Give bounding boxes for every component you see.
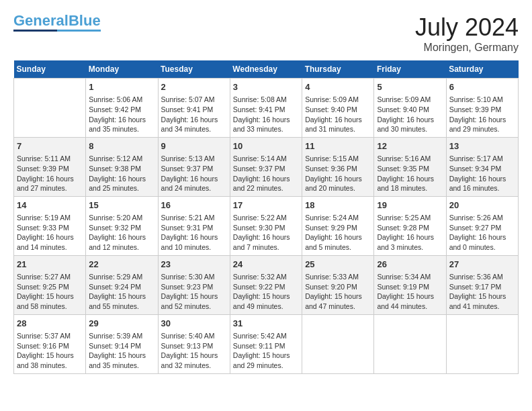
day-info: Sunrise: 5:26 AM Sunset: 9:27 PM Dayligh…	[449, 213, 515, 253]
calendar-cell: 9Sunrise: 5:13 AM Sunset: 9:37 PM Daylig…	[158, 137, 230, 196]
day-number: 5	[377, 81, 443, 93]
day-number: 14	[17, 199, 83, 212]
calendar-cell: 23Sunrise: 5:30 AM Sunset: 9:23 PM Dayli…	[158, 255, 230, 314]
calendar-cell: 26Sunrise: 5:34 AM Sunset: 9:19 PM Dayli…	[374, 255, 446, 314]
logo-text: GeneralBlue	[13, 13, 101, 28]
day-info: Sunrise: 5:21 AM Sunset: 9:31 PM Dayligh…	[161, 213, 227, 253]
day-number: 16	[161, 199, 227, 212]
calendar-cell: 21Sunrise: 5:27 AM Sunset: 9:25 PM Dayli…	[14, 255, 86, 314]
day-info: Sunrise: 5:36 AM Sunset: 9:17 PM Dayligh…	[449, 272, 515, 312]
calendar-cell: 22Sunrise: 5:29 AM Sunset: 9:24 PM Dayli…	[86, 255, 158, 314]
calendar-week-row: 1Sunrise: 5:06 AM Sunset: 9:42 PM Daylig…	[14, 79, 519, 138]
calendar-cell: 29Sunrise: 5:39 AM Sunset: 9:14 PM Dayli…	[86, 314, 158, 373]
col-header-sunday: Sunday	[14, 60, 86, 79]
calendar-week-row: 14Sunrise: 5:19 AM Sunset: 9:33 PM Dayli…	[14, 196, 519, 255]
day-number: 23	[161, 259, 227, 271]
day-number: 25	[305, 259, 371, 271]
day-number: 15	[89, 199, 154, 212]
day-number: 4	[305, 81, 371, 93]
calendar-cell: 7Sunrise: 5:11 AM Sunset: 9:39 PM Daylig…	[14, 137, 86, 196]
logo-general: General	[13, 12, 69, 29]
day-info: Sunrise: 5:09 AM Sunset: 9:40 PM Dayligh…	[377, 95, 443, 134]
calendar-cell	[374, 314, 446, 373]
day-number: 17	[233, 199, 299, 212]
calendar-cell: 25Sunrise: 5:33 AM Sunset: 9:20 PM Dayli…	[302, 255, 374, 314]
day-info: Sunrise: 5:19 AM Sunset: 9:33 PM Dayligh…	[17, 213, 83, 253]
day-info: Sunrise: 5:09 AM Sunset: 9:40 PM Dayligh…	[305, 95, 371, 134]
day-number: 9	[161, 140, 227, 152]
day-number: 11	[305, 140, 371, 152]
calendar-header-row: SundayMondayTuesdayWednesdayThursdayFrid…	[14, 60, 519, 79]
day-info: Sunrise: 5:27 AM Sunset: 9:25 PM Dayligh…	[17, 272, 83, 312]
day-number: 7	[17, 140, 83, 152]
day-number: 30	[161, 318, 227, 330]
col-header-friday: Friday	[374, 60, 446, 79]
calendar-cell	[302, 314, 374, 373]
calendar-cell: 24Sunrise: 5:32 AM Sunset: 9:22 PM Dayli…	[230, 255, 302, 314]
day-info: Sunrise: 5:29 AM Sunset: 9:24 PM Dayligh…	[89, 272, 154, 312]
day-info: Sunrise: 5:20 AM Sunset: 9:32 PM Dayligh…	[89, 213, 154, 253]
title-block: July 2024 Moringen, Germany	[415, 13, 519, 54]
calendar-cell: 15Sunrise: 5:20 AM Sunset: 9:32 PM Dayli…	[86, 196, 158, 255]
day-info: Sunrise: 5:40 AM Sunset: 9:13 PM Dayligh…	[161, 331, 227, 371]
calendar-cell	[14, 79, 86, 138]
calendar-cell: 30Sunrise: 5:40 AM Sunset: 9:13 PM Dayli…	[158, 314, 230, 373]
day-info: Sunrise: 5:24 AM Sunset: 9:29 PM Dayligh…	[305, 213, 371, 253]
calendar-cell: 20Sunrise: 5:26 AM Sunset: 9:27 PM Dayli…	[446, 196, 518, 255]
col-header-thursday: Thursday	[302, 60, 374, 79]
page-header: GeneralBlue July 2024 Moringen, Germany	[13, 13, 519, 54]
calendar-cell: 12Sunrise: 5:16 AM Sunset: 9:35 PM Dayli…	[374, 137, 446, 196]
day-number: 20	[449, 199, 515, 212]
col-header-tuesday: Tuesday	[158, 60, 230, 79]
day-info: Sunrise: 5:07 AM Sunset: 9:41 PM Dayligh…	[161, 95, 227, 134]
day-number: 21	[17, 259, 83, 271]
calendar-cell: 11Sunrise: 5:15 AM Sunset: 9:36 PM Dayli…	[302, 137, 374, 196]
day-info: Sunrise: 5:25 AM Sunset: 9:28 PM Dayligh…	[377, 213, 443, 253]
calendar-cell: 31Sunrise: 5:42 AM Sunset: 9:11 PM Dayli…	[230, 314, 302, 373]
col-header-wednesday: Wednesday	[230, 60, 302, 79]
calendar-cell: 17Sunrise: 5:22 AM Sunset: 9:30 PM Dayli…	[230, 196, 302, 255]
day-info: Sunrise: 5:10 AM Sunset: 9:39 PM Dayligh…	[449, 95, 515, 134]
day-info: Sunrise: 5:14 AM Sunset: 9:37 PM Dayligh…	[233, 154, 299, 193]
calendar-cell: 5Sunrise: 5:09 AM Sunset: 9:40 PM Daylig…	[374, 79, 446, 138]
day-number: 12	[377, 140, 443, 152]
day-info: Sunrise: 5:42 AM Sunset: 9:11 PM Dayligh…	[233, 331, 299, 371]
calendar-table: SundayMondayTuesdayWednesdayThursdayFrid…	[13, 60, 519, 374]
logo-underline	[13, 30, 101, 32]
day-number: 3	[233, 81, 299, 93]
calendar-cell: 1Sunrise: 5:06 AM Sunset: 9:42 PM Daylig…	[86, 79, 158, 138]
calendar-cell: 6Sunrise: 5:10 AM Sunset: 9:39 PM Daylig…	[446, 79, 518, 138]
day-number: 2	[161, 81, 227, 93]
col-header-monday: Monday	[86, 60, 158, 79]
logo: GeneralBlue	[13, 13, 101, 32]
day-number: 18	[305, 199, 371, 212]
day-number: 29	[89, 318, 154, 330]
calendar-cell: 19Sunrise: 5:25 AM Sunset: 9:28 PM Dayli…	[374, 196, 446, 255]
day-info: Sunrise: 5:22 AM Sunset: 9:30 PM Dayligh…	[233, 213, 299, 253]
calendar-cell: 27Sunrise: 5:36 AM Sunset: 9:17 PM Dayli…	[446, 255, 518, 314]
calendar-cell: 13Sunrise: 5:17 AM Sunset: 9:34 PM Dayli…	[446, 137, 518, 196]
day-number: 1	[89, 81, 154, 93]
calendar-cell: 10Sunrise: 5:14 AM Sunset: 9:37 PM Dayli…	[230, 137, 302, 196]
day-info: Sunrise: 5:33 AM Sunset: 9:20 PM Dayligh…	[305, 272, 371, 312]
day-info: Sunrise: 5:11 AM Sunset: 9:39 PM Dayligh…	[17, 154, 83, 193]
day-number: 24	[233, 259, 299, 271]
day-number: 31	[233, 318, 299, 330]
day-info: Sunrise: 5:06 AM Sunset: 9:42 PM Dayligh…	[89, 95, 154, 134]
day-info: Sunrise: 5:12 AM Sunset: 9:38 PM Dayligh…	[89, 154, 154, 193]
calendar-cell: 3Sunrise: 5:08 AM Sunset: 9:41 PM Daylig…	[230, 79, 302, 138]
day-number: 19	[377, 199, 443, 212]
day-info: Sunrise: 5:34 AM Sunset: 9:19 PM Dayligh…	[377, 272, 443, 312]
day-info: Sunrise: 5:39 AM Sunset: 9:14 PM Dayligh…	[89, 331, 154, 371]
logo-blue: Blue	[69, 12, 101, 29]
location-subtitle: Moringen, Germany	[415, 42, 519, 54]
day-info: Sunrise: 5:08 AM Sunset: 9:41 PM Dayligh…	[233, 95, 299, 134]
calendar-cell: 4Sunrise: 5:09 AM Sunset: 9:40 PM Daylig…	[302, 79, 374, 138]
calendar-week-row: 21Sunrise: 5:27 AM Sunset: 9:25 PM Dayli…	[14, 255, 519, 314]
day-number: 13	[449, 140, 515, 152]
calendar-cell: 8Sunrise: 5:12 AM Sunset: 9:38 PM Daylig…	[86, 137, 158, 196]
calendar-week-row: 28Sunrise: 5:37 AM Sunset: 9:16 PM Dayli…	[14, 314, 519, 373]
col-header-saturday: Saturday	[446, 60, 518, 79]
day-info: Sunrise: 5:15 AM Sunset: 9:36 PM Dayligh…	[305, 154, 371, 193]
day-info: Sunrise: 5:16 AM Sunset: 9:35 PM Dayligh…	[377, 154, 443, 193]
